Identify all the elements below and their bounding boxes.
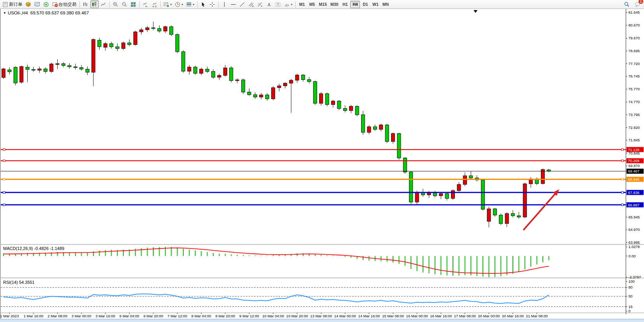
- channel-button[interactable]: E: [247, 0, 256, 8]
- symbol-ohlc-header[interactable]: ▼USOil-,H4 69.570 69.637 69.380 69.467: [3, 11, 89, 15]
- crosshair-icon: [209, 2, 215, 7]
- clock-icon: [175, 2, 181, 7]
- svg-text:71.845: 71.845: [628, 138, 640, 142]
- toolbar-separator: [295, 1, 296, 8]
- timeframe-h1-button[interactable]: H1: [340, 1, 350, 8]
- toolbar-separator: [160, 1, 161, 8]
- fibo-icon: F: [257, 2, 263, 7]
- svg-text:21 Mar 08:00: 21 Mar 08:00: [526, 314, 548, 318]
- svg-text:72.820: 72.820: [628, 125, 640, 130]
- svg-text:50: 50: [628, 294, 633, 298]
- new-chart-button[interactable]: ▾: [162, 0, 173, 8]
- shapes-icon: [284, 2, 290, 7]
- chat-button[interactable]: 1: [633, 0, 642, 8]
- template-icon: [186, 2, 192, 7]
- svg-text:15: 15: [628, 304, 633, 309]
- timeframe-m5-button[interactable]: M5: [307, 1, 317, 8]
- svg-text:A: A: [268, 2, 271, 7]
- trendline-button[interactable]: [238, 0, 247, 8]
- autotrading-button[interactable]: 自动交易: [51, 0, 78, 8]
- svg-text:74.770: 74.770: [628, 100, 640, 104]
- cursor-button[interactable]: [199, 0, 208, 8]
- svg-text:13 Mar 08:00: 13 Mar 08:00: [310, 314, 332, 318]
- market-depth-button[interactable]: [24, 0, 33, 8]
- macd-indicator-label: MACD(12,26,9) -0.4826 -1.1489: [3, 246, 64, 251]
- auto-scroll-button[interactable]: [141, 0, 150, 8]
- status-bar: [0, 319, 644, 322]
- svg-text:69.870: 69.870: [628, 164, 640, 168]
- svg-text:1.0278: 1.0278: [628, 245, 640, 249]
- signals-button[interactable]: [42, 0, 51, 8]
- toolbar-separator: [109, 1, 110, 8]
- chart-plus-icon: [163, 2, 169, 7]
- text-button[interactable]: A: [265, 0, 274, 8]
- svg-text:80: 80: [628, 285, 633, 289]
- tile-windows-button[interactable]: [129, 0, 138, 8]
- chart-shift-button[interactable]: [150, 0, 159, 8]
- timeframe-m30-button[interactable]: M30: [329, 1, 340, 8]
- svg-text:16 Mar 00:00: 16 Mar 00:00: [406, 314, 428, 318]
- new-order-button-label: 新订单: [9, 2, 23, 7]
- crosshair-button[interactable]: [208, 0, 217, 8]
- macd-name: MACD(12,26,9): [3, 246, 33, 251]
- vline-button[interactable]: [220, 0, 229, 8]
- autotrading-button-label: 自动交易: [59, 2, 77, 7]
- timeframe-mn-button[interactable]: MN: [381, 1, 390, 8]
- svg-text:0: 0: [628, 309, 630, 313]
- svg-text:10 Mar 04:00: 10 Mar 04:00: [262, 314, 284, 318]
- svg-text:64.970: 64.970: [628, 227, 640, 232]
- timeframe-w1-button[interactable]: W1: [370, 1, 380, 8]
- trendline-icon: [239, 2, 245, 7]
- rsi-value: 54.3551: [19, 280, 35, 285]
- chart-canvas[interactable]: 81.64580.67079.67078.69577.72076.74575.7…: [0, 0, 644, 322]
- svg-text:81.645: 81.645: [628, 10, 640, 14]
- zoom-in-button[interactable]: [111, 0, 120, 8]
- timeframe-h4-button[interactable]: H4: [350, 1, 360, 8]
- indicators-button[interactable]: ▾: [185, 0, 196, 8]
- signal-icon: [43, 2, 49, 7]
- svg-text:77.720: 77.720: [628, 62, 640, 66]
- label-button[interactable]: T: [274, 0, 283, 8]
- macd-values: -0.4826 -1.1489: [34, 246, 64, 251]
- line-icon: [100, 2, 106, 7]
- fibonacci-button[interactable]: F: [256, 0, 265, 8]
- svg-text:1 Mar 2023: 1 Mar 2023: [0, 314, 19, 318]
- timeframe-m1-button[interactable]: M1: [297, 1, 307, 8]
- svg-text:3 Mar 00:00: 3 Mar 00:00: [72, 314, 91, 318]
- svg-text:-2.3797: -2.3797: [628, 275, 641, 279]
- channel-icon: E: [248, 2, 254, 7]
- zoom-out-button[interactable]: [120, 0, 129, 8]
- candle-chart-button[interactable]: [90, 0, 99, 8]
- zoom-out-icon: [121, 2, 127, 7]
- timeframe-m15-button[interactable]: M15: [318, 1, 328, 8]
- labelT-icon: T: [275, 2, 281, 7]
- shapes-button[interactable]: ▾: [283, 0, 294, 8]
- line-chart-button[interactable]: [99, 0, 108, 8]
- svg-text:8 Mar 04:00: 8 Mar 04:00: [191, 314, 211, 318]
- bar-chart-button[interactable]: [81, 0, 90, 8]
- svg-text:9 Mar 12:00: 9 Mar 12:00: [239, 314, 259, 318]
- periods-button[interactable]: ▾: [174, 0, 184, 8]
- hline-icon: [230, 2, 236, 7]
- svg-text:73.795: 73.795: [628, 113, 640, 117]
- search-icon: [624, 2, 630, 7]
- rsi-indicator-label: RSI(14) 54.3551: [3, 280, 35, 285]
- svg-text:69.467: 69.467: [628, 169, 639, 173]
- cursor-icon: [200, 2, 206, 7]
- search-button[interactable]: [622, 0, 631, 8]
- svg-text:T: T: [277, 3, 279, 7]
- symbol-dropdown-icon[interactable]: ▼: [3, 11, 6, 15]
- new-order-button[interactable]: 新订单: [1, 0, 24, 8]
- dropdown-arrow-icon: ▾: [182, 3, 183, 6]
- bars-icon: [82, 2, 88, 7]
- timeframe-d1-button[interactable]: D1: [360, 1, 370, 8]
- svg-text:7 Mar 12:00: 7 Mar 12:00: [167, 314, 187, 318]
- terminal-button[interactable]: [33, 0, 42, 8]
- svg-text:70.269: 70.269: [628, 158, 639, 163]
- svg-text:67.836: 67.836: [628, 190, 639, 195]
- svg-text:6 Mar 20:00: 6 Mar 20:00: [144, 314, 163, 318]
- dropdown-arrow-icon: ▾: [170, 3, 172, 6]
- svg-text:68.845: 68.845: [628, 177, 639, 181]
- vline-icon: [221, 2, 227, 7]
- hline-button[interactable]: [229, 0, 238, 8]
